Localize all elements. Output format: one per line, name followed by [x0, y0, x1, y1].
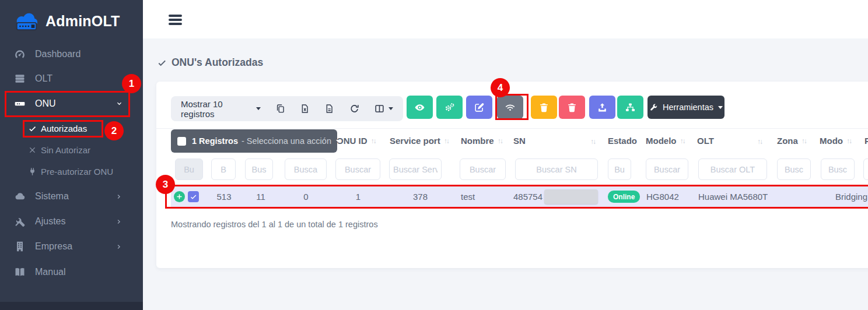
sidebar-item-label: Manual: [35, 267, 65, 277]
column-visibility-button[interactable]: [374, 103, 393, 114]
delete-button[interactable]: [531, 96, 557, 119]
cell-modo: Bridging: [835, 186, 867, 207]
column-header-modelo[interactable]: Modelo: [646, 136, 685, 146]
sidebar-item-olt[interactable]: OLT: [0, 67, 143, 90]
cell-modelo: HG8042: [646, 186, 679, 207]
search-input-port[interactable]: [285, 158, 327, 180]
search-input-sn[interactable]: [515, 158, 598, 180]
search-input-select: [175, 158, 203, 180]
cell-service-port: 378: [385, 186, 456, 207]
book-icon: [14, 266, 26, 278]
row-checkbox[interactable]: [188, 191, 199, 202]
search-input-zona[interactable]: [777, 158, 811, 180]
column-header-partial[interactable]: P: [864, 136, 868, 146]
cell-nombre: test: [461, 186, 475, 207]
selection-action-dropdown[interactable]: 1 Registros - Selecciona una acción: [171, 129, 337, 153]
plus-icon: [176, 193, 183, 200]
search-input-nombre[interactable]: [460, 158, 506, 180]
tools-dropdown-button[interactable]: Herramientas: [648, 96, 724, 119]
sidebar-subitem-label: Pre-autorizar ONU: [41, 167, 113, 177]
cell-id: 513: [207, 186, 241, 207]
search-input-modo[interactable]: [821, 158, 855, 180]
sidebar-item-label: Ajustes: [35, 216, 65, 227]
page-title-text: ONU's Autorizadas: [172, 57, 263, 69]
sidebar-item-dashboard[interactable]: Dashboard: [0, 43, 143, 66]
upload-button[interactable]: [589, 96, 615, 119]
cell-board: 11: [241, 186, 281, 207]
sidebar-subitem-sin-autorizar[interactable]: Sin Autorizar: [0, 141, 143, 158]
onu-table-card: Mostrar 10 registros Herramientas: [156, 82, 868, 268]
sidebar-subitem-autorizadas[interactable]: Autorizadas: [0, 119, 143, 137]
check-icon: [157, 58, 167, 68]
column-header-service-port[interactable]: Service port: [390, 136, 449, 146]
tools-icon: [14, 216, 26, 227]
table-info-text: Mostrando registros del 1 al 1 de un tot…: [171, 220, 378, 229]
search-input-id[interactable]: [211, 158, 236, 180]
column-header-onu-id[interactable]: ONU ID: [337, 136, 376, 146]
sort-icon: [498, 137, 502, 145]
search-input-board[interactable]: [245, 158, 273, 180]
sidebar-subitem-pre-autorizar[interactable]: Pre-autorizar ONU: [0, 163, 143, 180]
cell-zona: [792, 186, 825, 207]
sitemap-icon: [625, 102, 636, 113]
menu-toggle-button[interactable]: [169, 15, 182, 25]
export-excel-button[interactable]: [300, 103, 310, 114]
search-input-service-port[interactable]: [389, 158, 442, 180]
cell-onu-id: 1: [331, 186, 385, 207]
column-header-sn[interactable]: SN: [513, 136, 526, 146]
brand[interactable]: AdminOLT: [13, 8, 120, 34]
caret-down-icon: [388, 107, 393, 110]
column-header-nombre[interactable]: Nombre: [461, 136, 502, 146]
topbar: [143, 0, 868, 38]
tools-label: Herramientas: [663, 103, 713, 112]
server-icon: [14, 73, 26, 84]
upload-icon: [597, 102, 608, 113]
column-header-olt[interactable]: OLT: [697, 136, 714, 146]
edit-button[interactable]: [466, 96, 492, 119]
search-input-estado[interactable]: [608, 158, 631, 180]
row-expand-button[interactable]: [174, 191, 185, 202]
cell-port: 0: [281, 186, 331, 207]
sidebar-item-label: OLT: [35, 73, 52, 84]
gauge-icon: [14, 48, 26, 60]
network-map-button[interactable]: [617, 96, 643, 119]
records-per-page-label: Mostrar 10 registros: [181, 99, 251, 119]
wifi-button[interactable]: [497, 96, 523, 119]
sidebar-item-empresa[interactable]: Empresa: [0, 235, 143, 258]
copy-button[interactable]: [275, 103, 285, 114]
sort-icon: [444, 137, 449, 145]
check-icon: [28, 124, 37, 133]
sidebar-subitem-label: Autorizadas: [41, 124, 87, 133]
search-input-partial[interactable]: [863, 158, 868, 180]
trash-icon: [538, 102, 550, 113]
column-header-modo[interactable]: Modo: [820, 136, 851, 146]
search-input-olt[interactable]: [698, 158, 767, 180]
select-all-checkbox[interactable]: [177, 137, 186, 146]
sidebar-item-label: Sistema: [35, 191, 69, 202]
cell-olt: Huawei MA5680T: [698, 186, 768, 207]
column-header-estado[interactable]: Estado: [608, 136, 637, 146]
search-input-modelo[interactable]: [646, 158, 688, 180]
sort-icon[interactable]: [590, 138, 595, 146]
records-per-page-dropdown[interactable]: Mostrar 10 registros: [181, 99, 261, 119]
sidebar-item-label: ONU: [35, 98, 56, 109]
onu-device-icon: [14, 98, 26, 110]
caret-down-icon: [336, 140, 341, 143]
column-header-zona[interactable]: Zona: [777, 136, 806, 146]
sidebar-item-ajustes[interactable]: Ajustes: [0, 210, 143, 233]
force-delete-button[interactable]: [559, 96, 585, 119]
view-button[interactable]: [407, 96, 433, 119]
edit-icon: [474, 102, 485, 113]
gears-icon: [444, 102, 455, 113]
export-file-button[interactable]: [324, 103, 334, 114]
eye-icon: [414, 102, 425, 113]
sidebar-item-manual[interactable]: Manual: [0, 260, 143, 284]
sort-icon[interactable]: [757, 138, 762, 146]
caret-down-icon: [718, 106, 723, 109]
search-input-onu-id[interactable]: [335, 158, 380, 180]
refresh-icon[interactable]: [349, 103, 359, 114]
sidebar-item-onu[interactable]: ONU: [0, 92, 143, 115]
table-row[interactable]: 513 11 0 1 378 test 485754 Online HG8042…: [171, 186, 868, 207]
config-button[interactable]: [436, 96, 463, 119]
sidebar-item-sistema[interactable]: Sistema: [0, 185, 143, 208]
